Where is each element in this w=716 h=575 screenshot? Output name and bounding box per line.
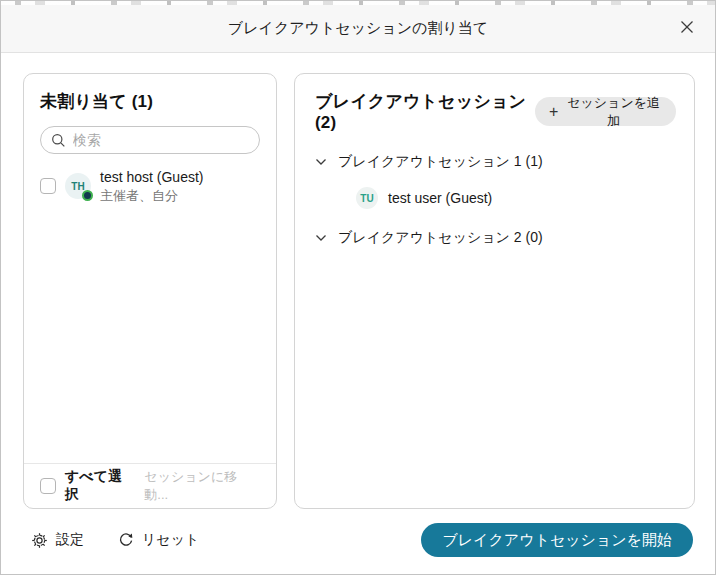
move-to-session-button[interactable]: セッションに移動... <box>144 468 260 504</box>
select-all-label: すべて選択 <box>65 468 135 504</box>
add-session-label: セッションを追加 <box>565 94 662 130</box>
participant-name: test user (Guest) <box>388 190 492 206</box>
dialog-titlebar: ブレイクアウトセッションの割り当て <box>1 5 715 53</box>
participant-row[interactable]: TH test host (Guest) 主催者、自分 <box>40 169 260 203</box>
settings-label: 設定 <box>56 531 84 549</box>
add-session-button[interactable]: + セッションを追加 <box>535 97 676 126</box>
chevron-down-icon[interactable] <box>315 158 327 166</box>
gear-icon <box>31 532 48 549</box>
search-icon <box>51 133 66 148</box>
close-button[interactable] <box>673 13 701 41</box>
session-name: ブレイクアウトセッション 2 (0) <box>338 229 543 247</box>
search-input[interactable] <box>73 132 249 148</box>
select-all-checkbox[interactable] <box>40 478 56 494</box>
settings-button[interactable]: 設定 <box>31 531 84 549</box>
session-row-1[interactable]: ブレイクアウトセッション 1 (1) <box>315 153 676 171</box>
reset-label: リセット <box>142 531 199 549</box>
participant-subtitle: 主催者、自分 <box>100 188 203 204</box>
search-box[interactable] <box>40 126 260 154</box>
sessions-panel: ブレイクアウトセッション (2) + セッションを追加 ブレイクアウトセッション… <box>294 73 695 509</box>
breakout-assignment-dialog: ブレイクアウトセッションの割り当て 未割り当て (1) <box>0 0 716 575</box>
session-participant-row[interactable]: TU test user (Guest) <box>356 187 676 209</box>
unassigned-panel-footer: すべて選択 セッションに移動... <box>24 463 276 508</box>
refresh-icon <box>118 532 134 548</box>
plus-icon: + <box>549 104 558 120</box>
unassigned-heading: 未割り当て (1) <box>40 90 260 113</box>
host-badge-icon <box>82 190 93 201</box>
avatar-initials: TU <box>360 193 373 204</box>
start-breakout-button[interactable]: ブレイクアウトセッションを開始 <box>421 523 693 557</box>
session-name: ブレイクアウトセッション 1 (1) <box>338 153 543 171</box>
avatar: TH <box>65 173 91 199</box>
close-icon <box>680 20 694 34</box>
sessions-heading: ブレイクアウトセッション (2) <box>315 90 535 133</box>
participant-texts: test host (Guest) 主催者、自分 <box>100 169 203 203</box>
reset-button[interactable]: リセット <box>118 531 199 549</box>
chevron-down-icon[interactable] <box>315 234 327 242</box>
dialog-footer: 設定 リセット ブレイクアウトセッションを開始 <box>1 512 715 574</box>
avatar: TU <box>356 187 378 209</box>
unassigned-panel: 未割り当て (1) TH test host (Guest) <box>23 73 277 509</box>
participant-checkbox[interactable] <box>40 178 56 194</box>
dialog-title: ブレイクアウトセッションの割り当て <box>228 19 488 38</box>
sessions-header: ブレイクアウトセッション (2) + セッションを追加 <box>315 90 676 133</box>
participant-name: test host (Guest) <box>100 169 203 186</box>
session-row-2[interactable]: ブレイクアウトセッション 2 (0) <box>315 229 676 247</box>
avatar-initials: TH <box>71 181 84 192</box>
